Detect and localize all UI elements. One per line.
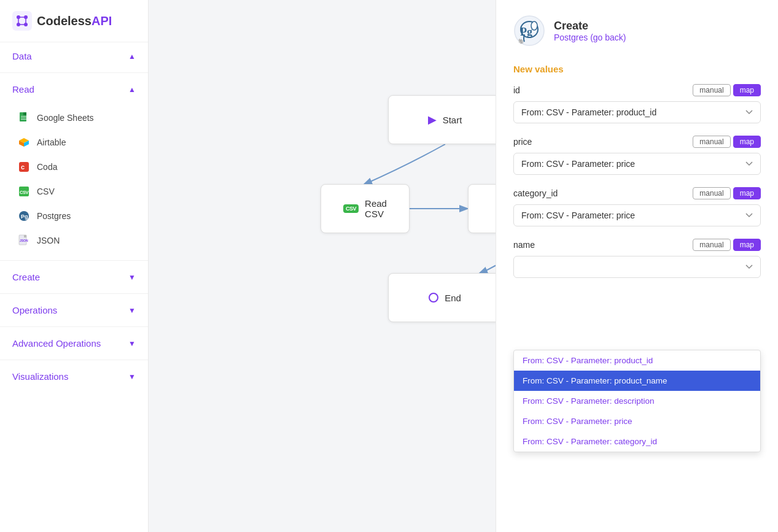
svg-rect-25	[24, 235, 26, 237]
btn-manual-category-id[interactable]: manual	[693, 187, 730, 199]
flow-canvas: ▶ Start CSV Read CSV Pg Create Postgres	[149, 0, 496, 532]
btn-manual-price[interactable]: manual	[693, 136, 730, 148]
section-label-visualizations: Visualizations	[12, 371, 68, 382]
nav-section-read: Read ▲ Google Sheets	[0, 75, 148, 258]
field-name-name: name	[513, 240, 535, 250]
json-icon: JSON	[17, 234, 31, 247]
sidebar-item-csv[interactable]: CSV CSV	[0, 179, 148, 204]
section-header-read[interactable]: Read ▲	[0, 75, 148, 103]
nav-section-data: Data ▲	[0, 42, 148, 70]
node-end[interactable]: End	[388, 273, 496, 322]
nav-section-advanced-operations: Advanced Operations ▼	[0, 330, 148, 357]
nav-section-operations: Operations ▼	[0, 296, 148, 324]
btn-manual-id[interactable]: manual	[693, 84, 730, 96]
chevron-visualizations-icon: ▼	[128, 372, 136, 381]
svg-text:JSON: JSON	[20, 239, 28, 242]
btn-map-category-id[interactable]: map	[733, 187, 761, 199]
field-row-category-id: category_id manual map From: CSV - Param…	[513, 187, 761, 226]
sidebar-item-coda[interactable]: c Coda	[0, 155, 148, 179]
node-read-label2: CSV	[365, 209, 387, 219]
svg-text:Pg: Pg	[21, 214, 28, 220]
btn-map-id[interactable]: map	[733, 84, 761, 96]
csv-node-icon: CSV	[343, 204, 359, 213]
dropdown-option-product-id[interactable]: From: CSV - Parameter: product_id	[514, 350, 760, 371]
sidebar-label-csv: CSV	[37, 187, 55, 196]
btn-map-name[interactable]: map	[733, 239, 761, 251]
right-panel: Pg 🐘 Create Postgres (go back) New value…	[496, 0, 778, 532]
section-label-data: Data	[12, 51, 32, 61]
panel-title-main: Create	[554, 20, 626, 33]
field-row-price: price manual map From: CSV - Parameter: …	[513, 136, 761, 175]
nav-section-create: Create ▼	[0, 263, 148, 291]
section-header-advanced-operations[interactable]: Advanced Operations ▼	[0, 330, 148, 357]
panel-header: Pg 🐘 Create Postgres (go back)	[513, 15, 761, 47]
logo-icon	[12, 11, 32, 31]
btn-map-price[interactable]: map	[733, 136, 761, 148]
chevron-advanced-operations-icon: ▼	[128, 339, 136, 348]
svg-text:Pg: Pg	[520, 26, 532, 38]
end-circle-icon	[429, 293, 438, 303]
dropdown-option-category-id[interactable]: From: CSV - Parameter: category_id	[514, 431, 760, 452]
nav-section-visualizations: Visualizations ▼	[0, 363, 148, 390]
sidebar-label-airtable: Airtable	[37, 137, 66, 147]
node-read-csv[interactable]: CSV Read CSV	[321, 184, 410, 233]
google-sheets-icon	[17, 111, 31, 125]
field-row-id: id manual map From: CSV - Parameter: pro…	[513, 84, 761, 123]
select-name[interactable]	[513, 256, 761, 278]
sidebar-item-google-sheets[interactable]: Google Sheets	[0, 106, 148, 130]
section-header-operations[interactable]: Operations ▼	[0, 296, 148, 324]
section-header-create[interactable]: Create ▼	[0, 263, 148, 291]
panel-title-sub[interactable]: Postgres (go back)	[554, 33, 626, 42]
dropdown-option-product-name[interactable]: From: CSV - Parameter: product_name	[514, 371, 760, 391]
logo-codeless: Codeless	[37, 14, 91, 28]
svg-rect-13	[21, 119, 27, 120]
section-label-read: Read	[12, 84, 34, 94]
sidebar-label-json: JSON	[37, 236, 60, 245]
postgres-icon-large: Pg 🐘	[513, 15, 545, 47]
sidebar-label-google-sheets: Google Sheets	[37, 113, 94, 123]
section-label-create: Create	[12, 272, 40, 282]
sidebar: CodelessAPI Data ▲ Read ▲	[0, 0, 149, 532]
section-header-data[interactable]: Data ▲	[0, 42, 148, 70]
dropdown-option-description[interactable]: From: CSV - Parameter: description	[514, 391, 760, 411]
svg-text:c: c	[21, 163, 25, 171]
svg-rect-10	[23, 112, 26, 115]
sidebar-label-coda: Coda	[37, 162, 57, 172]
flow-arrows	[149, 0, 496, 532]
chevron-create-icon: ▼	[128, 273, 136, 282]
node-start[interactable]: ▶ Start	[388, 95, 496, 144]
dropdown-option-price[interactable]: From: CSV - Parameter: price	[514, 411, 760, 431]
read-items: Google Sheets Airtable c	[0, 103, 148, 258]
chevron-read-icon: ▲	[128, 85, 136, 94]
node-start-label: Start	[443, 115, 462, 125]
svg-text:CSV: CSV	[20, 190, 28, 195]
logo-api: API	[91, 14, 112, 28]
select-id[interactable]: From: CSV - Parameter: product_id	[513, 101, 761, 123]
svg-rect-11	[21, 116, 27, 117]
sidebar-item-postgres[interactable]: Pg Postgres	[0, 204, 148, 228]
panel-title: Create Postgres (go back)	[554, 20, 626, 42]
select-category-id[interactable]: From: CSV - Parameter: price	[513, 204, 761, 226]
svg-rect-0	[12, 11, 32, 31]
chevron-data-icon: ▲	[128, 52, 136, 61]
section-header-visualizations[interactable]: Visualizations ▼	[0, 363, 148, 390]
sidebar-item-json[interactable]: JSON JSON	[0, 228, 148, 253]
new-values-label: New values	[513, 64, 761, 74]
start-play-icon: ▶	[428, 113, 437, 126]
node-create-postgres[interactable]: Pg Create Postgres	[468, 184, 496, 233]
field-name-price: price	[513, 137, 532, 147]
select-price[interactable]: From: CSV - Parameter: price	[513, 153, 761, 175]
node-end-label: End	[445, 293, 461, 303]
coda-icon: c	[17, 160, 31, 174]
airtable-icon	[17, 136, 31, 149]
btn-manual-name[interactable]: manual	[693, 239, 730, 251]
logo: CodelessAPI	[0, 0, 148, 42]
svg-rect-12	[21, 118, 27, 118]
svg-point-34	[531, 21, 537, 30]
node-read-label1: Read	[365, 198, 387, 209]
section-label-advanced-operations: Advanced Operations	[12, 338, 101, 349]
csv-icon: CSV	[17, 185, 31, 198]
chevron-operations-icon: ▼	[128, 306, 136, 315]
sidebar-item-airtable[interactable]: Airtable	[0, 130, 148, 155]
name-dropdown-overlay: From: CSV - Parameter: product_id From: …	[513, 350, 761, 452]
